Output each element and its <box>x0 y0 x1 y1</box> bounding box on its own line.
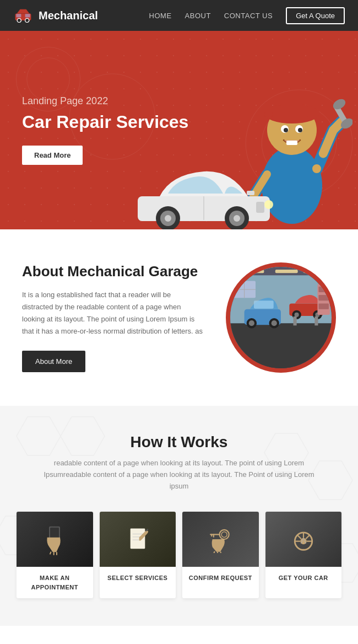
svg-line-82 <box>214 552 214 553</box>
step-confirm-label: CONFIRM REQUEST <box>182 567 259 589</box>
svg-point-77 <box>220 530 229 539</box>
svg-point-1 <box>17 18 21 22</box>
writing-icon <box>127 524 149 555</box>
about-more-button[interactable]: About More <box>22 351 85 372</box>
svg-rect-38 <box>275 270 298 273</box>
svg-point-29 <box>234 215 240 222</box>
svg-point-18 <box>298 128 302 132</box>
key-icon <box>207 525 234 553</box>
svg-point-6 <box>27 58 70 101</box>
about-title: About Mechanical Garage <box>22 263 204 280</box>
svg-rect-19 <box>286 141 297 145</box>
read-more-button[interactable]: Read More <box>22 146 83 165</box>
step-confirm: CONFIRM REQUEST <box>182 512 259 598</box>
get-quote-button[interactable]: Get A Quote <box>286 7 345 24</box>
nav-contact[interactable]: CONTACT US <box>224 12 273 20</box>
steps-grid: MAKE AN APPOINTMENT SELECT SERVICES <box>17 512 341 598</box>
about-section: About Mechanical Garage It is a long est… <box>0 229 358 406</box>
brand-name: Mechanical <box>39 9 98 22</box>
svg-line-91 <box>306 535 309 539</box>
step-services-image <box>100 512 176 567</box>
svg-line-69 <box>50 552 51 554</box>
hero-title: Car Repair Services <box>22 111 188 132</box>
svg-point-78 <box>221 532 227 538</box>
nav-home[interactable]: HOME <box>149 12 172 20</box>
svg-rect-56 <box>318 303 328 309</box>
brand: Mechanical <box>13 8 98 23</box>
step-services: SELECT SERVICES <box>100 512 176 598</box>
svg-point-48 <box>295 313 299 317</box>
svg-point-30 <box>264 200 273 209</box>
svg-rect-31 <box>256 202 264 213</box>
dashboard-icon <box>290 525 317 553</box>
about-image-wrap <box>226 262 336 373</box>
svg-rect-55 <box>318 295 328 300</box>
step-appointment: MAKE AN APPOINTMENT <box>17 512 93 598</box>
how-works-title: How It Works <box>17 433 341 451</box>
svg-rect-39 <box>303 270 326 273</box>
step-car-label: GET YOUR CAR <box>265 567 342 589</box>
hero-images <box>160 31 358 229</box>
how-works-desc: readable content of a page when looking … <box>41 458 317 492</box>
svg-rect-3 <box>16 14 21 17</box>
hero-subtitle: Landing Page 2022 <box>22 95 188 107</box>
step-car-image <box>265 512 342 567</box>
about-text: About Mechanical Garage It is a long est… <box>22 263 204 372</box>
svg-rect-13 <box>278 105 308 117</box>
garage-image <box>230 267 332 368</box>
testimonials-section: What Our Clients Say looking at its layo… <box>0 626 358 644</box>
step-car: GET YOUR CAR <box>265 512 342 598</box>
svg-rect-14 <box>264 112 273 117</box>
svg-rect-37 <box>241 270 264 273</box>
step-confirm-image <box>182 512 259 567</box>
svg-point-45 <box>272 320 277 326</box>
step-services-label: SELECT SERVICES <box>100 567 176 589</box>
svg-rect-41 <box>254 300 274 308</box>
svg-rect-52 <box>314 316 318 325</box>
nav-links: HOME ABOUT CONTACT US Get A Quote <box>149 7 345 24</box>
svg-point-2 <box>25 18 29 22</box>
hero-section: Landing Page 2022 Car Repair Services Re… <box>0 31 358 229</box>
garage-interior-svg <box>230 267 332 368</box>
about-description: It is a long established fact that a rea… <box>22 289 204 337</box>
svg-rect-72 <box>130 528 145 549</box>
svg-point-17 <box>284 128 288 132</box>
how-it-works-section: How It Works readable content of a page … <box>0 406 358 626</box>
step-appointment-label: MAKE AN APPOINTMENT <box>17 567 93 598</box>
svg-rect-51 <box>293 316 296 325</box>
svg-point-26 <box>165 215 171 222</box>
svg-point-43 <box>249 320 254 326</box>
svg-rect-54 <box>318 287 328 292</box>
step-appointment-image <box>17 512 93 567</box>
svg-line-90 <box>297 535 301 539</box>
phone-icon <box>44 523 66 556</box>
navbar: Mechanical HOME ABOUT CONTACT US Get A Q… <box>0 0 358 31</box>
svg-rect-32 <box>247 191 254 195</box>
svg-rect-34 <box>230 323 332 368</box>
car-brand-icon <box>13 8 33 23</box>
hero-content: Landing Page 2022 Car Repair Services Re… <box>22 95 188 187</box>
svg-rect-4 <box>25 14 30 17</box>
nav-about[interactable]: ABOUT <box>185 12 211 20</box>
